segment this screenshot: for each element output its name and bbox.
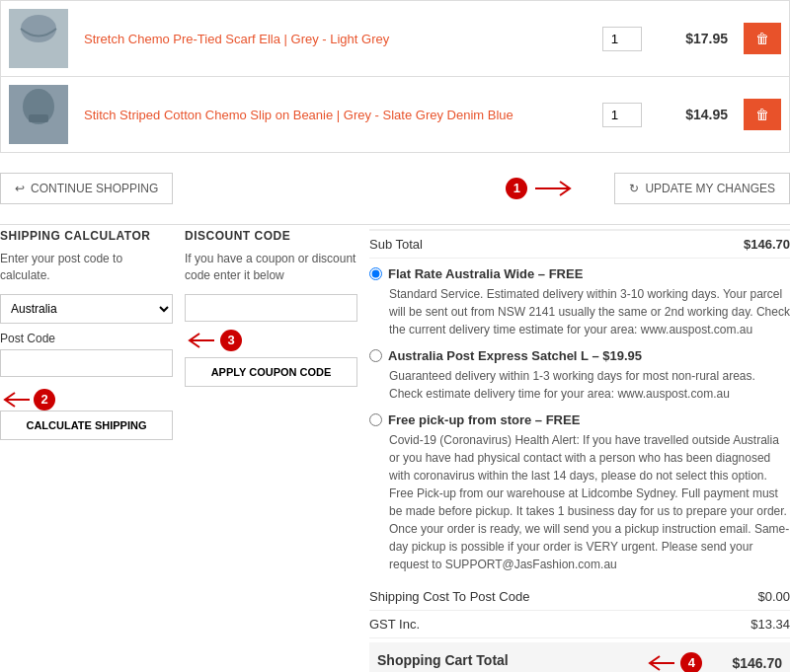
discount-code-section: DISCOUNT CODE If you have a coupon or di… <box>185 229 357 672</box>
arrow-annotation-2 <box>0 390 30 410</box>
annotation-badge-1: 1 <box>506 178 527 199</box>
arrow-annotation-4 <box>645 653 674 672</box>
update-changes-button[interactable]: ↻ UPDATE MY CHANGES <box>614 173 790 204</box>
total-row: Shopping Cart Total 4 $146.70 <box>369 642 790 672</box>
calculate-shipping-button[interactable]: CALCULATE SHIPPING <box>0 411 173 440</box>
pickup-header: Free pick-up from store – FREE <box>369 412 790 427</box>
arrow-annotation-3 <box>185 331 214 350</box>
table-row: Stretch Chemo Pre-Tied Scarf Ella | Grey… <box>1 1 790 77</box>
express-desc: Guaranteed delivery within 1-3 working d… <box>389 367 790 403</box>
shipping-option-pickup: Free pick-up from store – FREE Covid-19 … <box>369 412 790 573</box>
action-bar: ↩ CONTINUE SHOPPING 1 ↻ UPDATE MY CHANGE… <box>0 161 790 216</box>
cart-table: Stretch Chemo Pre-Tied Scarf Ella | Grey… <box>0 0 790 153</box>
shipping-calc-desc: Enter your post code to calculate. <box>0 251 173 284</box>
postcode-input[interactable] <box>0 349 173 377</box>
express-label: Australia Post Express Satchel L – $19.9… <box>388 348 642 363</box>
continue-shopping-button[interactable]: ↩ CONTINUE SHOPPING <box>0 173 173 204</box>
svg-rect-4 <box>29 114 48 122</box>
update-section: 1 ↻ UPDATE MY CHANGES <box>506 173 790 204</box>
pickup-label: Free pick-up from store – FREE <box>388 412 580 427</box>
delete-button-1[interactable]: 🗑 <box>744 23 781 54</box>
postcode-label: Post Code <box>0 332 173 345</box>
delete-button-2[interactable]: 🗑 <box>744 99 781 130</box>
shipping-options: Flat Rate Australia Wide – FREE Standard… <box>369 266 790 573</box>
product-image-2 <box>9 85 68 144</box>
product-link-1[interactable]: Stretch Chemo Pre-Tied Scarf Ella | Grey… <box>84 32 389 46</box>
pickup-radio[interactable] <box>369 413 382 426</box>
pickup-desc: Covid-19 (Coronavirus) Health Alert: If … <box>389 431 790 573</box>
arrow-left-icon: ↩ <box>15 182 25 195</box>
express-radio[interactable] <box>369 349 382 362</box>
shipping-option-flat-rate: Flat Rate Australia Wide – FREE Standard… <box>369 266 790 338</box>
annotation-badge-4: 4 <box>680 652 702 672</box>
annotation-badge-2: 2 <box>34 389 55 411</box>
annotation-4-area: 4 <box>645 652 702 672</box>
shipping-option-express: Australia Post Express Satchel L – $19.9… <box>369 348 790 403</box>
discount-desc: If you have a coupon or discount code en… <box>185 251 357 284</box>
quantity-input-1[interactable] <box>602 27 642 51</box>
express-header: Australia Post Express Satchel L – $19.9… <box>369 348 790 363</box>
total-value-area: 4 $146.70 <box>645 652 782 672</box>
flat-rate-radio[interactable] <box>369 267 382 280</box>
shipping-cost-row: Shipping Cost To Post Code $0.00 <box>369 583 790 611</box>
shipping-calculator-section: SHIPPING CALCULATOR Enter your post code… <box>0 229 173 672</box>
product-link-2[interactable]: Stitch Striped Cotton Chemo Slip on Bean… <box>84 108 514 122</box>
shipping-calc-title: SHIPPING CALCULATOR <box>0 229 173 243</box>
total-value: $146.70 <box>732 655 782 671</box>
shipping-cost-value: $0.00 <box>757 589 790 604</box>
divider-1 <box>0 224 790 225</box>
product-image-1 <box>9 9 68 68</box>
flat-rate-header: Flat Rate Australia Wide – FREE <box>369 266 790 281</box>
svg-point-1 <box>21 15 56 42</box>
product-price-2: $14.95 <box>685 107 728 122</box>
arrow-annotation-1 <box>535 179 575 198</box>
apply-coupon-button[interactable]: APPLY COUPON CODE <box>185 357 357 387</box>
sub-total-value: $146.70 <box>744 237 790 252</box>
gst-value: $13.34 <box>750 617 790 632</box>
annotation-badge-3: 3 <box>220 330 242 351</box>
coupon-input[interactable] <box>185 294 357 322</box>
total-label: Shopping Cart Total <box>377 652 509 672</box>
calc-btn-row: 2 <box>0 389 173 411</box>
order-summary-section: Sub Total $146.70 Flat Rate Australia Wi… <box>369 229 790 672</box>
sub-total-label: Sub Total <box>369 237 423 252</box>
annotation-2-area: 2 <box>0 389 55 411</box>
flat-rate-desc: Standard Service. Estimated delivery wit… <box>389 285 790 338</box>
gst-label: GST Inc. <box>369 617 420 632</box>
table-row: Stitch Striped Cotton Chemo Slip on Bean… <box>1 77 790 153</box>
discount-title: DISCOUNT CODE <box>185 229 357 243</box>
flat-rate-label: Flat Rate Australia Wide – FREE <box>388 266 583 281</box>
gst-row: GST Inc. $13.34 <box>369 611 790 638</box>
refresh-icon: ↻ <box>629 182 639 195</box>
annotation-1-area: 1 <box>506 178 575 199</box>
main-content: SHIPPING CALCULATOR Enter your post code… <box>0 229 790 672</box>
shipping-cost-label: Shipping Cost To Post Code <box>369 589 529 604</box>
product-price-1: $17.95 <box>685 31 728 46</box>
annotation-3-area: 3 <box>185 330 357 351</box>
country-select[interactable]: Australia <box>0 294 173 324</box>
quantity-input-2[interactable] <box>602 103 642 127</box>
sub-total-row: Sub Total $146.70 <box>369 229 790 259</box>
